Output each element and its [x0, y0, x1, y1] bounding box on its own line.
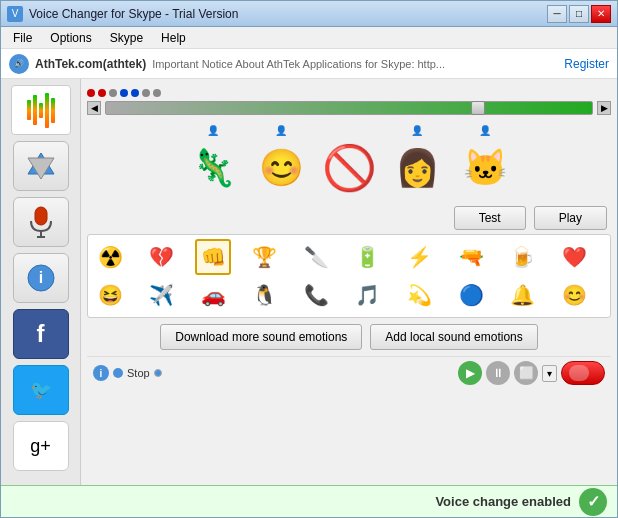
emotion-sparkles[interactable]: 💫 — [402, 277, 438, 313]
record-toggle[interactable] — [561, 361, 605, 385]
pitch-dot-7 — [153, 89, 161, 97]
download-sounds-button[interactable]: Download more sound emotions — [160, 324, 362, 350]
record-dot-2 — [154, 369, 162, 377]
wave-bar-4 — [45, 93, 49, 128]
google-button[interactable]: g+ — [13, 421, 69, 471]
microphone-button[interactable] — [13, 197, 69, 247]
download-btns-row: Download more sound emotions Add local s… — [87, 322, 611, 352]
test-play-row: Test Play — [87, 206, 611, 230]
avatar-img-woman[interactable]: 👩 — [387, 138, 447, 198]
app-icon: V — [7, 6, 23, 22]
playback-controls: ▶ ⏸ ⬜ ▾ — [458, 361, 605, 385]
main-content: i f 🐦 g+ ◀ — [1, 79, 617, 485]
sidebar: i f 🐦 g+ — [1, 79, 81, 485]
menu-bar: File Options Skype Help — [1, 27, 617, 49]
emotion-trophy[interactable]: 🏆 — [247, 239, 283, 275]
playback-play-button[interactable]: ▶ — [458, 361, 482, 385]
avatar-none[interactable]: . 🚫 — [319, 125, 379, 198]
emotion-broken-heart[interactable]: 💔 — [144, 239, 180, 275]
info-button[interactable]: i — [13, 253, 69, 303]
close-button[interactable]: ✕ — [591, 5, 611, 23]
maximize-button[interactable]: □ — [569, 5, 589, 23]
facebook-button[interactable]: f — [13, 309, 69, 359]
voice-slider-row: ◀ ▶ — [87, 99, 611, 117]
account-icon: 🔊 — [9, 54, 29, 74]
emotion-whistle[interactable]: 🔵 — [453, 277, 489, 313]
pitch-dot-4 — [120, 89, 128, 97]
playback-pause-button[interactable]: ⏸ — [486, 361, 510, 385]
emotion-lightning[interactable]: ⚡ — [402, 239, 438, 275]
bottom-bar: i Stop ▶ ⏸ ⬜ ▾ — [87, 356, 611, 389]
avatar-img-none[interactable]: 🚫 — [319, 138, 379, 198]
avatar-img-girl[interactable]: 😊 — [251, 138, 311, 198]
avatars-row: 👤 🦎 👤 😊 . 🚫 👤 👩 👤 🐱 — [87, 121, 611, 202]
avatar-cat[interactable]: 👤 🐱 — [455, 125, 515, 198]
title-bar: V Voice Changer for Skype - Trial Versio… — [1, 1, 617, 27]
sound-emotions-grid: ☢️ 💔 👊 🏆 🔪 🔋 ⚡ 🔫 🍺 ❤️ 😆 ✈️ 🚗 🐧 📞 🎵 💫 🔵 🔔 — [87, 234, 611, 318]
sound-wave-display — [11, 85, 71, 135]
emotion-music[interactable]: 🎵 — [350, 277, 386, 313]
wave-bar-1 — [27, 100, 31, 120]
menu-file[interactable]: File — [5, 29, 40, 46]
voice-slider-track[interactable] — [105, 101, 593, 115]
emotion-phone[interactable]: 📞 — [298, 277, 334, 313]
avatar-person-icon-5: 👤 — [479, 125, 491, 136]
emotion-battery[interactable]: 🔋 — [350, 239, 386, 275]
emotion-penguin[interactable]: 🐧 — [247, 277, 283, 313]
avatar-dragon[interactable]: 👤 🦎 — [183, 125, 243, 198]
voice-slider-thumb[interactable] — [471, 101, 485, 115]
playback-dropdown[interactable]: ▾ — [542, 365, 557, 382]
emotion-car[interactable]: 🚗 — [195, 277, 231, 313]
wave-animation — [27, 93, 55, 128]
add-local-sounds-button[interactable]: Add local sound emotions — [370, 324, 537, 350]
wave-bar-2 — [33, 95, 37, 125]
playback-stop-button[interactable]: ⬜ — [514, 361, 538, 385]
voice-status-bar: Voice change enabled ✓ — [1, 485, 617, 517]
menu-options[interactable]: Options — [42, 29, 99, 46]
emotion-punch[interactable]: 👊 — [195, 239, 231, 275]
stop-label: Stop — [127, 367, 150, 379]
menu-skype[interactable]: Skype — [102, 29, 151, 46]
twitter-button[interactable]: 🐦 — [13, 365, 69, 415]
title-bar-left: V Voice Changer for Skype - Trial Versio… — [7, 6, 238, 22]
window-title: Voice Changer for Skype - Trial Version — [29, 7, 238, 21]
svg-text:i: i — [38, 269, 42, 286]
content-area: ◀ ▶ 👤 🦎 👤 😊 . � — [81, 79, 617, 485]
slider-left-arrow[interactable]: ◀ — [87, 101, 101, 115]
record-toggle-inner — [569, 365, 589, 381]
emotion-smile[interactable]: 😊 — [556, 277, 592, 313]
emotion-beer[interactable]: 🍺 — [505, 239, 541, 275]
emotion-plane[interactable]: ✈️ — [144, 277, 180, 313]
emotion-knife[interactable]: 🔪 — [298, 239, 334, 275]
title-controls: ─ □ ✕ — [547, 5, 611, 23]
slider-right-arrow[interactable]: ▶ — [597, 101, 611, 115]
status-left: i Stop — [93, 365, 162, 381]
record-indicator — [113, 368, 123, 378]
wave-bar-3 — [39, 103, 43, 118]
menu-help[interactable]: Help — [153, 29, 194, 46]
emotion-heart[interactable]: ❤️ — [556, 239, 592, 275]
emotion-bell[interactable]: 🔔 — [505, 277, 541, 313]
minimize-button[interactable]: ─ — [547, 5, 567, 23]
avatar-img-cat[interactable]: 🐱 — [455, 138, 515, 198]
account-name: AthTek.com(athtek) — [35, 57, 146, 71]
pitch-dot-3 — [109, 89, 117, 97]
emotion-laughing[interactable]: 😆 — [92, 277, 128, 313]
voice-effects-button[interactable] — [13, 141, 69, 191]
avatar-girl[interactable]: 👤 😊 — [251, 125, 311, 198]
avatar-person-icon-1: 👤 — [207, 125, 219, 136]
avatar-img-dragon[interactable]: 🦎 — [183, 138, 243, 198]
pitch-indicators — [87, 87, 611, 99]
avatar-woman[interactable]: 👤 👩 — [387, 125, 447, 198]
test-button[interactable]: Test — [454, 206, 526, 230]
emotion-radiation[interactable]: ☢️ — [92, 239, 128, 275]
wave-bar-5 — [51, 98, 55, 123]
play-button[interactable]: Play — [534, 206, 607, 230]
emotion-gun[interactable]: 🔫 — [453, 239, 489, 275]
register-link[interactable]: Register — [564, 57, 609, 71]
status-info-icon: i — [93, 365, 109, 381]
svg-rect-2 — [35, 207, 47, 225]
voice-enabled-checkmark: ✓ — [579, 488, 607, 516]
main-window: V Voice Changer for Skype - Trial Versio… — [0, 0, 618, 518]
avatar-person-icon-3: . — [348, 125, 351, 136]
